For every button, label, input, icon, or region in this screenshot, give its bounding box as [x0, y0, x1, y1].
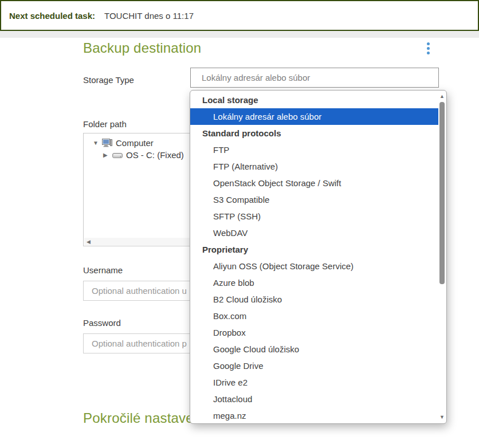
storage-type-label: Storage Type [83, 75, 134, 85]
folder-path-label: Folder path [83, 119, 127, 129]
storage-type-dropdown-list: Local storageLokálny adresár alebo súbor… [190, 92, 438, 424]
dropdown-group-header: Proprietary [190, 241, 438, 258]
dropdown-option[interactable]: B2 Cloud úložisko [190, 291, 438, 308]
kebab-menu-icon[interactable] [427, 42, 430, 56]
dropdown-option[interactable]: Google Drive [190, 357, 438, 374]
username-label: Username [83, 265, 123, 275]
scheduled-task-label: Next scheduled task: [9, 11, 95, 21]
dropdown-group-header: Standard protocols [190, 125, 438, 142]
storage-type-dropdown: Local storageLokálny adresár alebo súbor… [190, 90, 447, 424]
tree-item-computer[interactable]: ▼ Computer [93, 138, 154, 148]
dropdown-option[interactable]: S3 Compatible [190, 191, 438, 208]
scroll-left-icon[interactable]: ◀ [87, 239, 91, 245]
dropdown-option[interactable]: Jottacloud [190, 391, 438, 407]
scrollbar-thumb[interactable] [439, 102, 445, 284]
scroll-up-icon[interactable]: ▲ [438, 94, 446, 99]
dropdown-option[interactable]: Azure blob [190, 274, 438, 291]
page-title: Backup destination [83, 40, 201, 56]
dropdown-option[interactable]: Aliyun OSS (Object Storage Service) [190, 258, 438, 274]
dropdown-group-header: Local storage [190, 92, 438, 108]
dropdown-option[interactable]: OpenStack Object Storage / Swift [190, 175, 438, 191]
tree-item-label: Computer [116, 138, 154, 148]
dropdown-option[interactable]: Dropbox [190, 324, 438, 341]
computer-icon [102, 139, 112, 147]
storage-type-select[interactable]: Lokálny adresár alebo súbor [190, 68, 439, 88]
dropdown-option[interactable]: FTP (Alternative) [190, 158, 438, 175]
tree-item-drive-c[interactable]: ▶ OS - C: (Fixed) [103, 150, 184, 160]
password-label: Password [83, 318, 121, 328]
dropdown-option[interactable]: Box.com [190, 308, 438, 324]
dropdown-scrollbar[interactable]: ▲ ▼ [438, 91, 446, 423]
dropdown-option[interactable]: WebDAV [190, 225, 438, 241]
dropdown-option[interactable]: FTP [190, 142, 438, 158]
caret-right-icon[interactable]: ▶ [103, 152, 112, 158]
dropdown-option[interactable]: Lokálny adresár alebo súbor [190, 108, 438, 125]
caret-down-icon[interactable]: ▼ [93, 140, 102, 146]
dropdown-option[interactable]: mega.nz [190, 407, 438, 424]
dropdown-option[interactable]: Google Cloud úložisko [190, 341, 438, 357]
scroll-down-icon[interactable]: ▼ [438, 415, 446, 420]
scheduled-task-value: TOUCHIT dnes o 11:17 [104, 11, 194, 21]
header-divider-strip [0, 31, 479, 38]
dropdown-option[interactable]: SFTP (SSH) [190, 208, 438, 225]
dropdown-option[interactable]: IDrive e2 [190, 374, 438, 391]
drive-icon [112, 152, 123, 159]
storage-type-selected-value: Lokálny adresár alebo súbor [202, 73, 310, 82]
scheduled-task-banner: Next scheduled task: TOUCHIT dnes o 11:1… [0, 0, 479, 31]
tree-item-label: OS - C: (Fixed) [126, 150, 184, 160]
